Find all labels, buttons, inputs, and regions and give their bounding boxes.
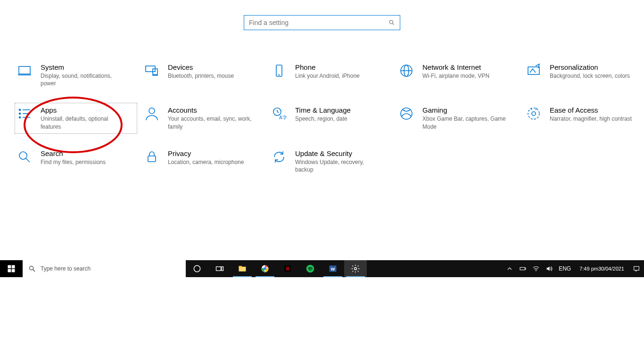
apps-icon [17, 106, 32, 121]
tile-privacy[interactable]: PrivacyLocation, camera, microphone [142, 147, 264, 176]
svg-line-28 [26, 158, 30, 162]
clock-time: 7:49 pm [579, 266, 598, 272]
tile-title: Accounts [168, 106, 253, 114]
word-button[interactable]: W [322, 260, 344, 277]
battery-icon[interactable] [519, 265, 527, 272]
tile-apps[interactable]: AppsUninstall, defaults, optional featur… [15, 103, 137, 133]
update-icon [272, 149, 287, 165]
tile-desc: Windows Update, recovery, backup [295, 158, 380, 173]
tile-desc: Xbox Game Bar, captures, Game Mode [422, 115, 507, 130]
tile-update-security[interactable]: Update & SecurityWindows Update, recover… [270, 147, 391, 176]
svg-point-34 [30, 266, 33, 270]
file-explorer-button[interactable] [231, 260, 254, 277]
settings-button[interactable] [344, 260, 367, 277]
tile-desc: Speech, region, date [295, 115, 351, 123]
paint-icon [526, 63, 541, 78]
accessibility-icon [526, 106, 541, 121]
tile-search[interactable]: SearchFind my files, permissions [15, 147, 137, 176]
tile-devices[interactable]: DevicesBluetooth, printers, mouse [142, 60, 264, 90]
tile-personalization[interactable]: PersonalizationBackground, lock screen, … [524, 60, 644, 90]
tile-system[interactable]: SystemDisplay, sound, notifications, pow… [15, 60, 137, 90]
tile-desc: Bluetooth, printers, mouse [168, 72, 234, 80]
chrome-button[interactable] [254, 260, 276, 277]
svg-point-36 [194, 265, 200, 272]
svg-point-19 [149, 108, 155, 114]
clock-date: 30/04/2021 [598, 266, 624, 272]
tile-desc: Background, lock screen, colors [550, 72, 630, 80]
xbox-icon [399, 106, 414, 121]
tile-title: Update & Security [295, 149, 380, 157]
tile-desc: Your accounts, email, sync, work, family [168, 115, 253, 130]
svg-rect-52 [634, 266, 639, 270]
netflix-button[interactable] [276, 260, 299, 277]
settings-search-box[interactable] [244, 15, 400, 30]
tile-desc: Link your Android, iPhone [295, 72, 360, 80]
svg-rect-12 [528, 67, 539, 74]
svg-rect-31 [12, 265, 15, 269]
svg-rect-33 [12, 269, 15, 272]
svg-rect-37 [216, 267, 221, 271]
tile-title: Phone [295, 63, 360, 71]
svg-marker-51 [547, 266, 550, 271]
svg-line-35 [33, 270, 35, 272]
tile-title: Search [41, 149, 106, 157]
taskbar-search-placeholder: Type here to search [41, 265, 91, 272]
person-icon [144, 106, 159, 121]
tile-ease-of-access[interactable]: Ease of AccessNarrator, magnifier, high … [524, 103, 644, 133]
devices-icon [144, 63, 159, 78]
tile-title: Gaming [422, 106, 507, 114]
wifi-icon[interactable] [532, 265, 540, 272]
tile-network[interactable]: Network & InternetWi-Fi, airplane mode, … [397, 60, 519, 90]
tile-accounts[interactable]: AccountsYour accounts, email, sync, work… [142, 103, 264, 133]
tile-desc: Find my files, permissions [41, 158, 106, 166]
tile-phone[interactable]: PhoneLink your Android, iPhone [270, 60, 391, 90]
system-icon [17, 63, 32, 78]
task-view-button[interactable] [208, 260, 231, 277]
volume-icon[interactable] [545, 265, 553, 272]
taskbar: Type here to search W ENG 7:49 pm 30/04/… [0, 260, 644, 277]
settings-search-input[interactable] [249, 19, 388, 26]
tile-title: Ease of Access [550, 106, 632, 114]
tile-gaming[interactable]: GamingXbox Game Bar, captures, Game Mode [397, 103, 519, 133]
spotify-button[interactable] [299, 260, 322, 277]
tile-desc: Wi-Fi, airplane mode, VPN [422, 72, 489, 80]
svg-rect-15 [19, 116, 21, 118]
taskbar-search[interactable]: Type here to search [23, 260, 186, 277]
time-language-icon: A字 [272, 106, 287, 121]
tile-title: Personalization [550, 63, 630, 71]
system-tray: ENG 7:49 pm 30/04/2021 [506, 260, 644, 277]
svg-rect-48 [520, 267, 525, 270]
svg-rect-2 [19, 66, 30, 74]
lock-icon [144, 149, 159, 165]
tile-title: Time & Language [295, 106, 351, 114]
magnifier-icon [17, 149, 32, 165]
tile-title: Apps [41, 106, 125, 114]
svg-rect-30 [8, 265, 11, 269]
tile-desc: Location, camera, microphone [168, 158, 244, 166]
action-center-icon[interactable] [633, 265, 640, 272]
tile-title: Network & Internet [422, 63, 489, 71]
svg-rect-14 [19, 113, 21, 115]
clock[interactable]: 7:49 pm 30/04/2021 [577, 266, 627, 272]
language-indicator[interactable]: ENG [559, 265, 571, 272]
svg-rect-49 [525, 268, 526, 270]
svg-point-0 [389, 20, 393, 24]
search-container [0, 0, 644, 30]
svg-rect-29 [148, 156, 156, 162]
tile-desc: Narrator, magnifier, high contrast [550, 115, 632, 123]
svg-text:A字: A字 [279, 115, 287, 120]
start-button[interactable] [0, 260, 23, 277]
svg-text:W: W [331, 267, 335, 272]
svg-point-50 [536, 271, 537, 272]
search-icon [388, 19, 395, 26]
settings-window: SystemDisplay, sound, notifications, pow… [0, 0, 644, 276]
svg-rect-38 [222, 267, 223, 271]
svg-point-47 [355, 268, 357, 270]
tray-chevron-icon[interactable] [506, 265, 513, 272]
search-icon [28, 265, 36, 272]
svg-rect-40 [239, 266, 242, 267]
svg-point-27 [19, 152, 27, 159]
svg-point-25 [528, 108, 539, 119]
cortana-button[interactable] [186, 260, 208, 277]
tile-time-language[interactable]: A字 Time & LanguageSpeech, region, date [270, 103, 391, 133]
